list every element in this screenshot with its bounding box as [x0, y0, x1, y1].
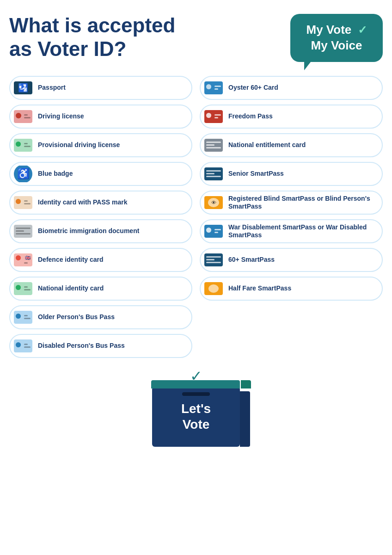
- disabled-bus-icon-wrapper: [13, 338, 33, 354]
- entitlement-icon-wrapper: [203, 137, 224, 154]
- older-bus-label: Older Person's Bus Pass: [38, 313, 115, 321]
- blue-badge-icon-wrapper: ♿: [13, 166, 33, 182]
- blind-label: Registered Blind SmartPass or Blind Pers…: [228, 195, 375, 210]
- passport-label: Passport: [38, 84, 66, 92]
- logo-bubble: My Vote ✓ My Voice: [290, 14, 383, 62]
- senior-icon: [204, 167, 223, 180]
- id-item-biometric: Biometric immigration document: [9, 219, 192, 243]
- id-item-oyster: Oyster 60+ Card: [200, 76, 383, 100]
- 60plus-icon: [204, 253, 223, 266]
- defence-icon-wrapper: 🇬🇧: [13, 252, 33, 268]
- oyster-label: Oyster 60+ Card: [228, 84, 278, 92]
- vote-box-top: [151, 380, 240, 388]
- id-item-war: War Disablement SmartPass or War Disable…: [200, 219, 383, 243]
- id-item-senior: Senior SmartPass: [200, 162, 383, 186]
- defence-icon: 🇬🇧: [14, 253, 32, 266]
- oyster-icon: [204, 81, 223, 94]
- vote-box-top-right: [241, 380, 251, 388]
- provisional-icon-wrapper: [13, 137, 33, 154]
- pass-mark-icon: [14, 196, 32, 209]
- right-column: Oyster 60+ Card Freedom Pass National en…: [200, 76, 383, 301]
- id-item-60plus: 60+ SmartPass: [200, 248, 383, 272]
- freedom-icon: [204, 110, 223, 123]
- id-item-passport: 🛂 Passport: [9, 76, 192, 100]
- checkmark-icon: ✓: [358, 24, 367, 36]
- blue-badge-label: Blue badge: [38, 170, 73, 178]
- biometric-icon: [14, 225, 32, 238]
- older-bus-icon: [14, 311, 32, 324]
- id-columns: 🛂 Passport Driving license Provisional d…: [9, 76, 383, 358]
- id-item-defence: 🇬🇧 Defence identity card: [9, 248, 192, 272]
- national-icon: [14, 282, 32, 295]
- pass-mark-icon-wrapper: [13, 194, 33, 211]
- provisional-icon: [14, 139, 32, 152]
- national-label: National identity card: [38, 284, 104, 292]
- older-bus-icon-wrapper: [13, 309, 33, 326]
- driving-icon: [14, 110, 32, 123]
- disabled-bus-label: Disabled Person's Bus Pass: [38, 342, 125, 350]
- driving-label: Driving license: [38, 112, 84, 120]
- senior-label: Senior SmartPass: [228, 170, 284, 178]
- war-icon: [204, 225, 223, 238]
- half-fare-icon-wrapper: [203, 280, 224, 297]
- provisional-label: Provisional driving license: [38, 141, 120, 149]
- passport-icon-wrapper: 🛂: [13, 80, 33, 96]
- national-icon-wrapper: [13, 280, 33, 297]
- blue-badge-icon: ♿: [14, 166, 32, 182]
- freedom-icon-wrapper: [203, 108, 224, 125]
- biometric-label: Biometric immigration document: [38, 227, 139, 235]
- freedom-label: Freedom Pass: [228, 112, 273, 120]
- driving-icon-wrapper: [13, 108, 33, 125]
- left-column: 🛂 Passport Driving license Provisional d…: [9, 76, 192, 358]
- page-title: What is accepted as Voter ID?: [9, 14, 185, 61]
- biometric-icon-wrapper: [13, 223, 33, 240]
- id-item-blind: 👁 Registered Blind SmartPass or Blind Pe…: [200, 191, 383, 215]
- vote-box-side: [240, 391, 250, 447]
- vote-box-container: ✓ Let's Vote: [150, 367, 242, 447]
- vote-box: Let's Vote: [152, 387, 240, 447]
- vote-text: Let's Vote: [181, 401, 211, 432]
- entitlement-label: National entitlement card: [228, 141, 306, 149]
- id-item-half-fare: Half Fare SmartPass: [200, 277, 383, 301]
- page: What is accepted as Voter ID? My Vote ✓ …: [0, 0, 392, 555]
- id-item-driving: Driving license: [9, 105, 192, 129]
- disabled-bus-icon: [14, 339, 32, 352]
- half-fare-icon: [204, 282, 223, 295]
- war-icon-wrapper: [203, 223, 224, 240]
- id-item-provisional: Provisional driving license: [9, 133, 192, 157]
- vote-box-slot: [182, 392, 210, 396]
- oyster-icon-wrapper: [203, 80, 224, 96]
- defence-label: Defence identity card: [38, 256, 104, 264]
- blind-icon: 👁: [204, 196, 223, 209]
- senior-icon-wrapper: [203, 166, 224, 182]
- passport-icon: 🛂: [14, 81, 32, 94]
- id-item-blue-badge: ♿ Blue badge: [9, 162, 192, 186]
- 60plus-label: 60+ SmartPass: [228, 256, 275, 264]
- id-item-disabled-bus: Disabled Person's Bus Pass: [9, 334, 192, 358]
- id-item-older-bus: Older Person's Bus Pass: [9, 305, 192, 329]
- id-item-freedom: Freedom Pass: [200, 105, 383, 129]
- id-item-entitlement: National entitlement card: [200, 133, 383, 157]
- blind-icon-wrapper: 👁: [203, 194, 224, 211]
- war-label: War Disablement SmartPass or War Disable…: [228, 223, 375, 239]
- pass-mark-label: Identity card with PASS mark: [38, 198, 127, 206]
- 60plus-icon-wrapper: [203, 252, 224, 268]
- vote-box-section: ✓ Let's Vote: [9, 367, 383, 447]
- header: What is accepted as Voter ID? My Vote ✓ …: [9, 14, 383, 62]
- entitlement-icon: [204, 139, 223, 152]
- id-item-pass-mark: Identity card with PASS mark: [9, 191, 192, 215]
- logo-line2: My Voice: [300, 38, 373, 54]
- half-fare-label: Half Fare SmartPass: [228, 284, 291, 292]
- id-item-national: National identity card: [9, 277, 192, 301]
- logo-line1: My Vote ✓: [300, 22, 373, 38]
